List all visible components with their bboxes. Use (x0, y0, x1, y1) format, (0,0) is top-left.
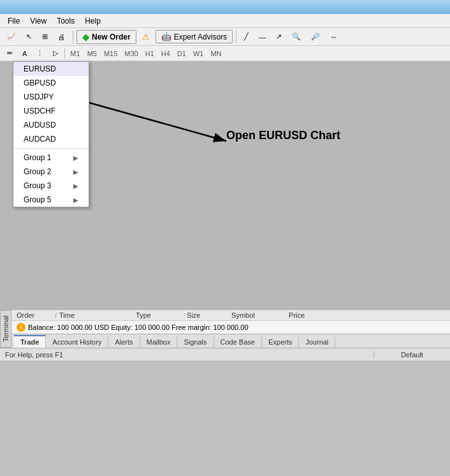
terminal-tab[interactable]: Terminal (0, 310, 11, 348)
symbol-audusd[interactable]: AUDUSD (13, 118, 89, 132)
tf-m30[interactable]: M30 (121, 48, 141, 59)
tab-alerts[interactable]: Alerts (108, 336, 140, 348)
tf-h1[interactable]: H1 (142, 48, 157, 59)
new-order-icon: ◆ (82, 32, 89, 42)
status-default: Default (374, 351, 450, 359)
line-icon: ╱ (244, 33, 249, 41)
main-chart-area: EURUSD GBPUSD USDJPY USDCHF AUDUSD AUDCA… (0, 61, 450, 310)
group2-arrow: ▶ (73, 168, 78, 175)
balance-row: i Balance: 100 000.00 USD Equity: 100 00… (11, 321, 450, 334)
bottom-content: Order / Time Type Size Symbol Price i Ba… (11, 310, 450, 348)
col-symbol: Symbol (231, 311, 289, 319)
tf-m5[interactable]: M5 (84, 48, 100, 59)
dropdown-divider (13, 148, 89, 149)
symbol-dropdown: EURUSD GBPUSD USDJPY USDCHF AUDUSD AUDCA… (13, 61, 89, 207)
menu-help[interactable]: Help (80, 15, 106, 27)
symbol-gbpusd[interactable]: GBPUSD (13, 76, 89, 90)
status-bar: For Help, press F1 Default (0, 348, 450, 361)
group3-item[interactable]: Group 3 ▶ (13, 179, 89, 193)
usdjpy-label: USDJPY (24, 93, 54, 101)
tf-draw-btn[interactable]: ✏ (3, 47, 17, 61)
group1-label: Group 1 (24, 153, 51, 162)
status-help-text: For Help, press F1 (5, 351, 63, 359)
svg-line-0 (89, 103, 226, 141)
cursor-icon: ↖ (26, 33, 32, 41)
tab-trade[interactable]: Trade (14, 335, 46, 348)
print-icon: 🖨 (58, 33, 65, 41)
tf-m15[interactable]: M15 (101, 48, 120, 59)
expert-advisors-label: Expert Advisors (174, 33, 227, 41)
tab-alerts-label: Alerts (115, 338, 133, 346)
menu-view[interactable]: View (25, 15, 52, 27)
toolbar-scroll-btn[interactable]: ↔ (326, 30, 342, 44)
status-default-text: Default (401, 351, 423, 359)
group5-arrow: ▶ (73, 197, 78, 204)
symbol-usdjpy[interactable]: USDJPY (13, 90, 89, 104)
tf-d1[interactable]: D1 (174, 48, 189, 59)
toolbar-btn-3[interactable]: ⊞ (38, 30, 52, 44)
zoom-icon: ⊞ (42, 33, 48, 41)
annotation-text: Open EURUSD Chart (226, 129, 340, 142)
group2-label: Group 2 (24, 167, 51, 176)
balance-text: Balance: 100 000.00 USD Equity: 100 000.… (28, 324, 249, 331)
tab-account-history[interactable]: Account History (46, 336, 108, 348)
status-help: For Help, press F1 (0, 351, 374, 359)
group5-label: Group 5 (24, 195, 51, 204)
pencil-icon: ✏ (7, 49, 13, 57)
new-order-button[interactable]: ◆ New Order (76, 30, 136, 44)
tf-sep-1 (64, 48, 65, 59)
tab-experts[interactable]: Experts (262, 336, 299, 348)
symbol-usdchf[interactable]: USDCHF (13, 104, 89, 118)
zoomin-icon: 🔍 (292, 33, 301, 41)
tab-code-base-label: Code Base (221, 338, 255, 346)
tab-signals-label: Signals (184, 338, 207, 346)
table-header: Order / Time Type Size Symbol Price (11, 310, 450, 321)
tab-mailbox-label: Mailbox (147, 338, 171, 346)
balance-icon: i (17, 323, 25, 332)
tab-mailbox[interactable]: Mailbox (140, 336, 178, 348)
new-order-label: New Order (92, 33, 131, 41)
toolbar-arrow-btn[interactable]: ↗ (272, 30, 286, 44)
expert-advisors-button[interactable]: 🤖 Expert Advisors (156, 30, 233, 43)
toolbar-zoomout-btn[interactable]: 🔎 (307, 30, 324, 44)
text-icon: A (22, 50, 27, 57)
tf-h4[interactable]: H4 (158, 48, 173, 59)
toolbar-btn-1[interactable]: 📈 (3, 30, 20, 44)
audusd-label: AUDUSD (24, 121, 56, 130)
group2-item[interactable]: Group 2 ▶ (13, 165, 89, 179)
tf-w1[interactable]: W1 (190, 48, 207, 59)
menu-tools[interactable]: Tools (52, 15, 80, 27)
toolbar-sep-1 (73, 31, 73, 43)
group5-item[interactable]: Group 5 ▶ (13, 193, 89, 207)
warning-btn[interactable]: ⚠ (138, 30, 154, 44)
toolbar-hline-btn[interactable]: — (254, 30, 270, 44)
tab-signals[interactable]: Signals (177, 336, 214, 348)
col-price: Price (289, 311, 340, 319)
symbol-eurusd[interactable]: EURUSD (13, 62, 89, 76)
tab-code-base[interactable]: Code Base (214, 336, 262, 348)
timeframe-bar: ✏ A ⋮ ▷ M1 M5 M15 M30 H1 H4 D1 W1 MN (0, 46, 450, 61)
main-toolbar: 📈 ↖ ⊞ 🖨 ◆ New Order ⚠ 🤖 Expert Advisors … (0, 28, 450, 46)
tf-mn[interactable]: MN (207, 48, 224, 59)
arrow-icon: ↗ (276, 33, 282, 41)
menu-file[interactable]: File (3, 15, 25, 27)
toolbar-line-btn[interactable]: ╱ (240, 30, 253, 44)
col-type: Type (136, 311, 187, 319)
tab-journal-label: Journal (305, 338, 328, 346)
bottom-wrapper: Terminal Order / Time Type Size Symbol P… (0, 310, 450, 348)
symbol-audcad[interactable]: AUDCAD (13, 132, 89, 146)
tab-journal[interactable]: Journal (299, 336, 335, 348)
zoomout-icon: 🔎 (311, 33, 320, 41)
tf-obj-btn[interactable]: ▷ (48, 47, 62, 61)
toolbar-btn-2[interactable]: ↖ (22, 30, 36, 44)
tf-text-btn[interactable]: A (18, 47, 31, 61)
hline-icon: — (259, 33, 266, 41)
tf-fib-btn[interactable]: ⋮ (32, 47, 48, 61)
group1-item[interactable]: Group 1 ▶ (13, 151, 89, 165)
toolbar-btn-4[interactable]: 🖨 (54, 30, 69, 44)
toolbar-zoomin-btn[interactable]: 🔍 (287, 30, 305, 44)
tf-m1[interactable]: M1 (67, 48, 83, 59)
usdchf-label: USDCHF (24, 107, 55, 115)
col-size: Size (187, 311, 231, 319)
title-bar (0, 0, 450, 14)
